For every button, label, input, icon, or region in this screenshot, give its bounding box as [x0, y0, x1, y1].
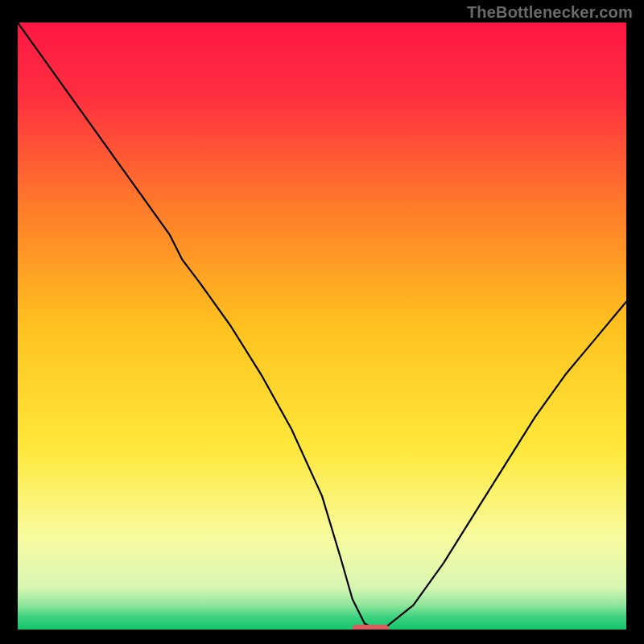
plot-area — [18, 23, 626, 630]
chart-svg — [18, 23, 626, 630]
chart-frame: TheBottlenecker.com — [0, 0, 644, 644]
optimal-marker — [353, 625, 389, 630]
watermark-text: TheBottlenecker.com — [467, 3, 633, 22]
background-gradient — [18, 23, 626, 630]
